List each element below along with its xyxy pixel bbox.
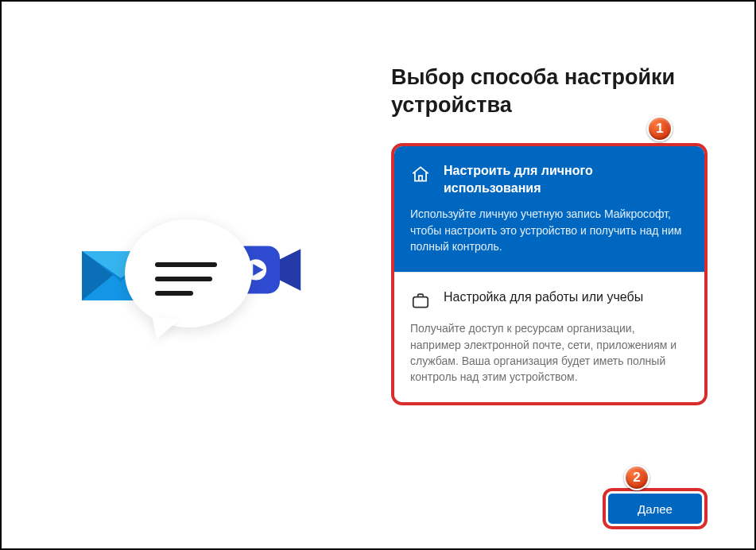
option-personal-use[interactable]: Настроить для личного использования Испо…: [394, 146, 704, 272]
svg-marker-6: [280, 249, 300, 291]
next-button-highlight: Далее: [603, 488, 708, 529]
annotation-badge-1: 1: [647, 116, 673, 141]
speech-bubble-tail: [149, 316, 179, 342]
option-personal-title: Настроить для личного использования: [444, 162, 688, 196]
option-work-school[interactable]: Настройка для работы или учебы Получайте…: [394, 272, 704, 402]
page-title: Выбор способа настройки устройства: [391, 64, 709, 119]
hero-illustration: [77, 224, 308, 359]
briefcase-icon: [410, 290, 431, 311]
svg-rect-9: [413, 297, 428, 308]
content-panel: Выбор способа настройки устройства Настр…: [391, 64, 709, 405]
next-button[interactable]: Далее: [608, 494, 702, 524]
option-personal-desc: Используйте личную учетную запись Майкро…: [410, 206, 688, 254]
setup-options-highlight: Настроить для личного использования Испо…: [391, 143, 708, 405]
speech-bubble-lines: [155, 262, 217, 296]
option-work-title: Настройка для работы или учебы: [444, 289, 643, 306]
option-work-desc: Получайте доступ к ресурсам организации,…: [410, 320, 688, 385]
home-icon: [410, 164, 431, 184]
oobe-setup-screen: Выбор способа настройки устройства Настр…: [0, 0, 756, 550]
annotation-badge-2: 2: [624, 465, 649, 490]
